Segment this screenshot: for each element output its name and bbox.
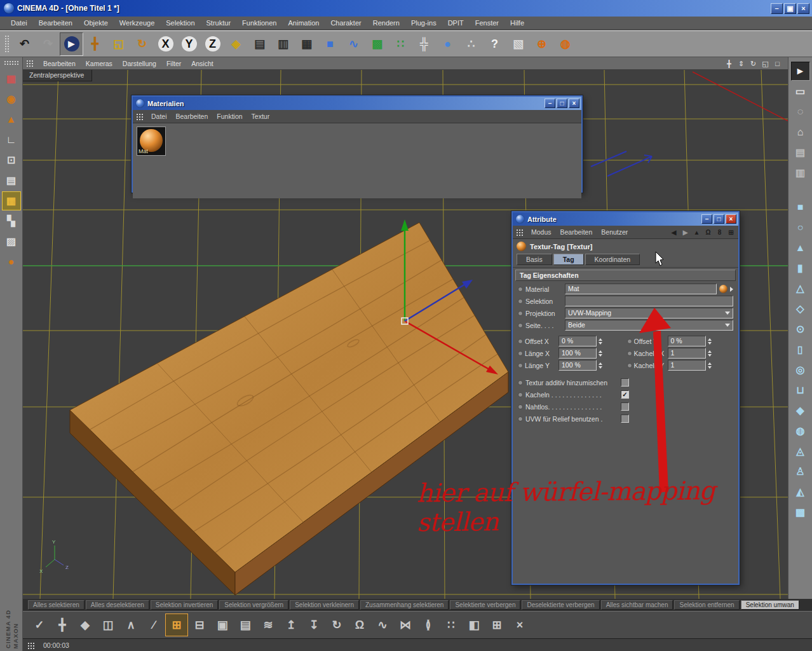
inner-extrude-icon[interactable]: ▣ xyxy=(211,613,234,636)
primitive-torus-icon[interactable]: ◍ xyxy=(791,421,810,441)
primitive-platonic-icon[interactable]: ◬ xyxy=(791,442,810,461)
attribute-tab[interactable]: Koordinaten xyxy=(585,254,640,265)
anim-dot[interactable] xyxy=(518,323,523,328)
ffd-icon[interactable]: ╬ xyxy=(412,32,436,56)
menu-item[interactable]: Werkzeuge xyxy=(114,18,160,28)
anim-dot[interactable] xyxy=(627,339,632,344)
command-button[interactable]: Zusammenhang selektieren xyxy=(360,600,449,610)
render-settings-icon[interactable]: ▦ xyxy=(295,32,318,56)
attributes-menu-grip[interactable] xyxy=(515,228,524,236)
polygons-mode-icon[interactable]: ▦ xyxy=(2,191,21,210)
primitive-relief-icon[interactable]: ▩ xyxy=(791,503,810,522)
anim-dot[interactable] xyxy=(518,339,523,344)
edges-mode-icon[interactable]: ▤ xyxy=(2,171,21,190)
spinner-up-icon[interactable] xyxy=(599,350,602,353)
snap-icon[interactable]: ∴ xyxy=(459,32,483,56)
matrix-extrude-icon[interactable]: ▤ xyxy=(234,613,257,636)
selektion-field[interactable] xyxy=(565,296,733,306)
optimize-icon[interactable]: × xyxy=(508,613,531,636)
attributes-titlebar[interactable]: Attribute – □ × xyxy=(513,212,738,226)
kacheln-y-field[interactable]: 1 xyxy=(668,360,706,371)
normal-move-icon[interactable]: ↥ xyxy=(280,613,302,636)
new-panel-icon[interactable]: ⊞ xyxy=(726,228,736,237)
menu-item[interactable]: Fenster xyxy=(470,18,504,28)
snap-toggle-icon[interactable]: ✓ xyxy=(28,613,51,636)
structure-b-icon[interactable]: ▥ xyxy=(791,163,810,182)
kacheln-x-field[interactable]: 1 xyxy=(668,348,706,359)
anim-dot[interactable] xyxy=(627,351,632,356)
menu-item[interactable]: Selektion xyxy=(160,18,200,28)
material-popup-icon[interactable] xyxy=(730,287,733,292)
normal-rotate-icon[interactable]: ↻ xyxy=(325,613,348,636)
viewport-menu-item[interactable]: Bearbeiten xyxy=(38,59,81,68)
primitive-figure-icon[interactable]: ♙ xyxy=(791,462,810,481)
anim-dot[interactable] xyxy=(518,311,523,316)
viewport-menu-item[interactable]: Ansicht xyxy=(186,59,218,68)
lock-y-axis-icon[interactable]: Y xyxy=(177,32,201,56)
add-nurbs-icon[interactable]: ▩ xyxy=(365,32,389,56)
add-point-icon[interactable]: ╋ xyxy=(51,613,74,636)
material-thumbnail[interactable]: Mat xyxy=(137,127,166,156)
paint-setup-icon[interactable]: ▧ xyxy=(506,32,530,56)
spinner-up-icon[interactable] xyxy=(599,362,602,365)
render-view-icon[interactable]: ▤ xyxy=(248,32,271,56)
checkbox[interactable] xyxy=(621,378,629,387)
command-button[interactable]: Alles selektieren xyxy=(28,600,85,610)
attributes-minimize-button[interactable]: – xyxy=(701,214,712,224)
attributes-menu-item[interactable]: Modus xyxy=(527,228,556,236)
spinner-down-icon[interactable] xyxy=(708,366,712,369)
maximize-view-icon[interactable]: □ xyxy=(772,58,783,69)
add-spline-icon[interactable]: ∿ xyxy=(342,32,365,56)
uvw-mode-icon[interactable]: ▨ xyxy=(2,232,21,251)
render-ball-icon[interactable]: ◍ xyxy=(553,32,577,56)
primitive-tube-icon[interactable]: ▯ xyxy=(791,340,810,359)
viewport-menu-grip[interactable] xyxy=(25,59,34,68)
primitive-cone-icon[interactable]: ▲ xyxy=(791,238,810,257)
anim-dot[interactable] xyxy=(518,351,523,356)
stitch-sew-icon[interactable]: ≬ xyxy=(417,613,440,636)
select-arrow-icon[interactable]: ► xyxy=(791,62,810,81)
mirror-icon[interactable]: ⋈ xyxy=(394,613,417,636)
anim-dot[interactable] xyxy=(518,363,523,368)
primitive-sphere-icon[interactable]: ○ xyxy=(791,218,810,237)
clone-icon[interactable]: ◧ xyxy=(463,613,485,636)
normal-scale-icon[interactable]: ↧ xyxy=(302,613,325,636)
materials-titlebar[interactable]: Materialien – □ × xyxy=(133,97,581,110)
anim-dot[interactable] xyxy=(518,380,523,385)
offset-x-field[interactable]: 0 % xyxy=(558,336,597,346)
viewport-menu-item[interactable]: Filter xyxy=(161,59,186,68)
statusbar-grip[interactable] xyxy=(27,641,36,649)
laenge-x-field[interactable]: 100 % xyxy=(558,348,597,359)
command-button[interactable]: Selektion umwan xyxy=(741,600,799,610)
primitive-plane-icon[interactable]: ◇ xyxy=(791,299,810,319)
toggle-view-icon[interactable]: ◱ xyxy=(760,58,771,69)
texture-axis-mode-icon[interactable]: ▲ xyxy=(2,110,21,129)
help-icon[interactable]: ? xyxy=(483,32,506,56)
materials-menu-item[interactable]: Funktion xyxy=(212,112,247,121)
spinner-down-icon[interactable] xyxy=(708,342,712,345)
spinner[interactable] xyxy=(599,350,602,357)
checkbox[interactable] xyxy=(621,390,629,399)
materials-minimize-button[interactable]: – xyxy=(545,99,555,108)
texture-mode-icon[interactable]: ▚ xyxy=(2,212,21,231)
bridge-icon[interactable]: ◫ xyxy=(97,613,119,636)
materials-menu-item[interactable]: Textur xyxy=(247,112,274,121)
move-tool-icon[interactable]: ╋ xyxy=(83,32,107,56)
command-button[interactable]: Alles sichtbar machen xyxy=(601,600,673,610)
viewport-label[interactable]: Zentralperspektive xyxy=(23,70,92,81)
menu-item[interactable]: Plug-ins xyxy=(405,18,442,28)
left-column-grip[interactable] xyxy=(3,60,20,66)
add-array-icon[interactable]: ∷ xyxy=(389,32,412,56)
primitive-capsule-icon[interactable]: ◎ xyxy=(791,360,810,380)
rotate-view-icon[interactable]: ↻ xyxy=(748,58,759,69)
knife-icon[interactable]: ∕ xyxy=(142,613,165,636)
redo-icon[interactable]: ↷ xyxy=(36,32,60,56)
link-icon[interactable]: 8 xyxy=(715,228,724,237)
spinner[interactable] xyxy=(599,362,602,369)
primitive-disc-icon[interactable]: ⊙ xyxy=(791,320,810,339)
model-mode-icon[interactable]: ◉ xyxy=(2,90,21,109)
lock-x-axis-icon[interactable]: X xyxy=(154,32,177,56)
attribute-tab[interactable]: Basis xyxy=(517,254,552,265)
command-button[interactable]: Selektion vergrößern xyxy=(219,600,288,610)
primitive-cube-icon[interactable]: ■ xyxy=(791,198,810,217)
